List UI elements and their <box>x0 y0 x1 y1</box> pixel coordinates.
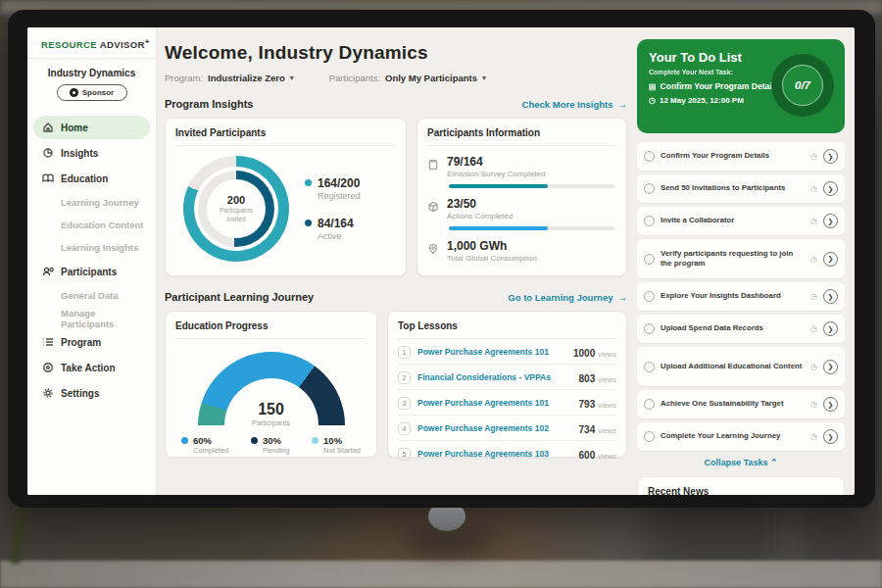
todo-column: Your To Do List Complete Your Next Task:… <box>637 39 845 495</box>
todo-item[interactable]: Verify participants requesting to join t… <box>637 239 845 278</box>
todo-item[interactable]: Invite a Collaborator ◷ ❯ <box>637 207 845 235</box>
chevron-up-icon: ⌃ <box>770 458 778 467</box>
chevron-down-icon[interactable]: ▾ <box>290 74 294 82</box>
participants-filter[interactable]: Participants: Only My Participants ▾ <box>329 73 486 83</box>
chevron-right-button[interactable]: ❯ <box>823 429 838 444</box>
sidebar-item-learning-insights[interactable]: Learning Insights <box>33 236 150 259</box>
lesson-row: 4 Power Purchase Agreements 102 734views <box>398 416 616 441</box>
chevron-right-button[interactable]: ❯ <box>823 397 838 412</box>
todo-item[interactable]: Send 50 Invitations to Participants ◷ ❯ <box>637 174 845 203</box>
sidebar-item-take-action[interactable]: Take Action <box>33 356 150 379</box>
recent-news-card: Recent News <box>637 476 845 495</box>
todo-list: Confirm Your Program Details ◷ ❯ Send 50… <box>637 142 845 451</box>
lesson-row: 2 Financial Considerations - VPPAs 803vi… <box>398 365 616 390</box>
sidebar-item-general-data[interactable]: General Data <box>33 284 150 307</box>
education-progress-card: Education Progress 150 Participants 60% <box>165 311 377 458</box>
todo-item[interactable]: Confirm Your Program Details ◷ ❯ <box>637 142 845 171</box>
sidebar-item-manage-participants[interactable]: Manage Participants <box>33 307 150 329</box>
lesson-link[interactable]: Power Purchase Agreements 101 <box>417 347 566 357</box>
legend-dot <box>251 437 258 444</box>
top-lessons-card: Top Lessons 1 Power Purchase Agreements … <box>387 311 627 458</box>
monitor-stand-shadow <box>402 527 495 557</box>
sidebar-item-program[interactable]: Program <box>33 330 150 354</box>
progress-track <box>449 226 614 230</box>
legend-registered: 164/200 Registered <box>305 176 361 201</box>
clock-icon: ◷ <box>810 184 817 193</box>
checkbox[interactable] <box>644 254 655 265</box>
sidebar-item-settings[interactable]: Settings <box>33 381 150 405</box>
sidebar-item-education[interactable]: Education <box>33 167 150 190</box>
lesson-row: 1 Power Purchase Agreements 101 1000view… <box>398 339 616 365</box>
donut-ring-active: 200 Participants Invited <box>198 171 274 247</box>
lesson-link[interactable]: Power Purchase Agreements 101 <box>417 398 572 408</box>
chevron-down-icon[interactable]: ▾ <box>482 74 486 82</box>
clock-icon: ◷ <box>810 363 817 371</box>
card-title: Education Progress <box>175 320 367 339</box>
desk-surface <box>0 561 882 588</box>
chevron-right-button[interactable]: ❯ <box>823 252 838 267</box>
todo-item[interactable]: Achieve One Sustainability Target ◷ ❯ <box>637 390 845 418</box>
chevron-right-button[interactable]: ❯ <box>823 360 838 374</box>
chevron-right-button[interactable]: ❯ <box>823 149 838 164</box>
lesson-link[interactable]: Financial Considerations - VPPAs <box>417 372 572 382</box>
lesson-link[interactable]: Power Purchase Agreements 102 <box>417 423 572 433</box>
progress-track <box>449 184 614 188</box>
checkbox[interactable] <box>644 362 655 372</box>
chevron-right-button[interactable]: ❯ <box>823 289 838 304</box>
chevron-right-button[interactable]: ❯ <box>823 321 838 336</box>
chevron-right-button[interactable]: ❯ <box>823 214 838 228</box>
program-filter[interactable]: Program: Industrialize Zero ▾ <box>165 73 294 83</box>
checkbox[interactable] <box>644 183 655 194</box>
education-gauge: 150 Participants <box>198 352 345 427</box>
task-icon: ▤ <box>649 82 657 91</box>
sidebar-item-participants[interactable]: Participants <box>33 260 150 283</box>
chevron-right-button[interactable]: ❯ <box>823 181 838 196</box>
dashboard-screen: RESOURCE ADVISOR+ Industry Dynamics Spon… <box>27 27 855 495</box>
sidebar-item-home[interactable]: Home <box>33 116 150 139</box>
todo-item[interactable]: Explore Your Insights Dashboard ◷ ❯ <box>637 282 845 311</box>
todo-summary-card: Your To Do List Complete Your Next Task:… <box>637 39 845 133</box>
education-icon <box>42 172 54 184</box>
collapse-tasks-link[interactable]: Collapse Tasks ⌃ <box>637 458 845 467</box>
location-pin-icon <box>427 243 439 255</box>
rank-badge: 1 <box>398 346 411 359</box>
legend-not-started: 10% Not Started <box>312 435 361 455</box>
metric-consumption: 1,000 GWh Total Global Consumption <box>427 239 616 263</box>
check-more-insights-link[interactable]: Check More Insights → <box>522 99 627 110</box>
sidebar-item-education-content[interactable]: Education Content <box>33 214 150 236</box>
legend-dot <box>305 220 312 226</box>
filter-bar: Program: Industrialize Zero ▾ Participan… <box>165 73 637 83</box>
metric-actions: 23/50 Actions Completed <box>427 197 616 220</box>
rank-badge: 5 <box>398 448 411 461</box>
progress-fill <box>449 184 548 188</box>
lesson-row: 3 Power Purchase Agreements 101 793views <box>398 390 616 416</box>
page-title: Welcome, Industry Dynamics <box>165 42 637 64</box>
checkbox[interactable] <box>644 291 655 302</box>
participants-information-card: Participants Information 79/164 Emission… <box>416 118 627 276</box>
todo-progress-value: 0/7 <box>782 65 823 106</box>
gauge-center: 150 Participants <box>198 401 345 427</box>
recent-news-heading: Recent News <box>648 486 834 495</box>
rank-badge: 2 <box>398 371 411 384</box>
insights-icon <box>42 147 54 159</box>
app-logo: RESOURCE ADVISOR+ <box>27 27 156 59</box>
sidebar-item-insights[interactable]: Insights <box>33 141 150 165</box>
rank-badge: 3 <box>398 397 411 410</box>
checkbox[interactable] <box>644 151 655 162</box>
checkbox[interactable] <box>644 216 655 226</box>
sidebar-item-learning-journey[interactable]: Learning Journey <box>33 191 150 214</box>
todo-item[interactable]: Complete Your Learning Journey ◷ ❯ <box>637 422 845 451</box>
checkbox[interactable] <box>644 431 655 442</box>
checkbox[interactable] <box>644 323 655 334</box>
checkbox[interactable] <box>644 399 655 410</box>
todo-item[interactable]: Upload Spend Data Records ◷ ❯ <box>637 315 845 343</box>
todo-item[interactable]: Upload Additional Educational Content ◷ … <box>637 347 845 386</box>
legend-dot <box>305 179 312 186</box>
legend-active: 84/164 Active <box>305 217 361 241</box>
donut-legend: 164/200 Registered 84/164 Active <box>305 176 361 241</box>
arrow-right-icon: → <box>618 99 628 110</box>
invited-participants-card: Invited Participants 200 Participants In… <box>165 118 407 276</box>
lesson-link[interactable]: Power Purchase Agreements 103 <box>417 449 572 459</box>
clock-icon: ◷ <box>810 400 817 409</box>
go-to-learning-journey-link[interactable]: Go to Learning Journey → <box>508 292 627 303</box>
